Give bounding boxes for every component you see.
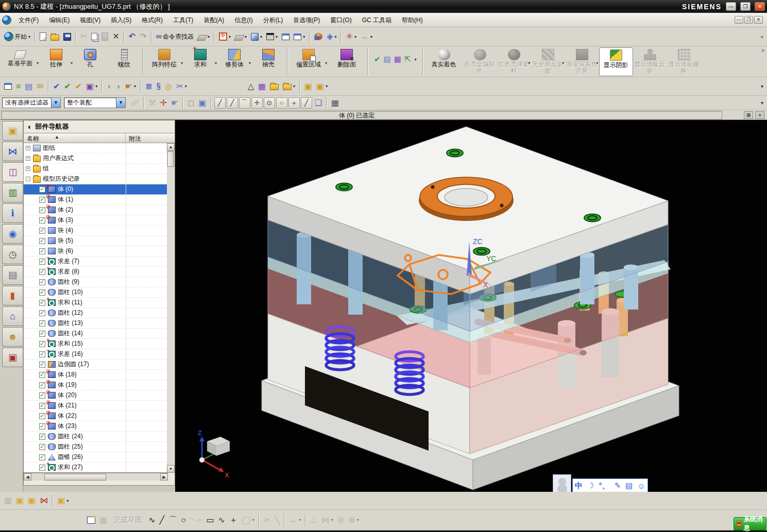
- tree-row-block[interactable]: 块 (5): [24, 236, 168, 246]
- new-view-window-button[interactable]: ▾: [292, 32, 306, 41]
- menu-item-4[interactable]: 格式(R): [137, 13, 168, 27]
- scroll-down-icon[interactable]: ▼: [167, 465, 175, 473]
- tree-row-cylinder[interactable]: 圆柱 (10): [24, 287, 168, 298]
- chevron-down-icon[interactable]: ▾: [357, 518, 359, 522]
- general-selection-button[interactable]: ⚒: [147, 97, 157, 109]
- folder-points-button[interactable]: [268, 81, 280, 91]
- feature-checklist-icon[interactable]: ▤: [384, 55, 391, 64]
- checkbox-checked-icon[interactable]: [39, 392, 45, 399]
- menu-item-8[interactable]: 分析(L): [258, 13, 288, 27]
- wave-linker-button[interactable]: ▣: [303, 81, 314, 92]
- chevron-down-icon[interactable]: ▾: [71, 60, 73, 66]
- maximize-button[interactable]: ❐: [740, 2, 751, 11]
- chevron-down-icon[interactable]: ▾: [276, 35, 278, 39]
- tree-row-folder-open[interactable]: -模型历史记录: [24, 174, 168, 184]
- ime-lang-indicator[interactable]: 中: [575, 481, 583, 491]
- checkbox-checked-icon[interactable]: [39, 217, 45, 224]
- checkbox-checked-icon[interactable]: [39, 382, 45, 388]
- grid-status-icon[interactable]: ▦: [744, 111, 753, 119]
- checkbox-checked-icon[interactable]: [39, 403, 45, 409]
- no-global-reflection-button[interactable]: 无全局反射图▾: [531, 47, 565, 76]
- menu-item-1[interactable]: 编辑(E): [44, 13, 75, 27]
- hd3d-tools-tab[interactable]: ℹ: [2, 203, 23, 223]
- select-handles-button[interactable]: ☍: [129, 97, 141, 109]
- spring-button[interactable]: §: [155, 81, 162, 92]
- chevron-down-icon[interactable]: ▾: [249, 60, 251, 66]
- vertical-scrollbar[interactable]: ▲ ▼: [167, 143, 175, 473]
- part-family-table-button[interactable]: ▦: [257, 81, 267, 92]
- synchronize-button[interactable]: ◈▾: [325, 31, 338, 42]
- touch-window-button[interactable]: ▾: [196, 32, 211, 42]
- sketch-reattach-button[interactable]: ▦: [98, 514, 109, 526]
- assembly-constraint-pins-button[interactable]: ✳▾: [344, 31, 357, 42]
- chevron-down-icon[interactable]: ▾: [181, 60, 183, 66]
- snap-point-on-curve-toggle[interactable]: ╱: [301, 97, 312, 109]
- checkbox-checked-icon[interactable]: [39, 362, 45, 368]
- web-browser-tab[interactable]: ◉: [2, 224, 23, 244]
- tree-row-body[interactable]: 体 (1): [24, 195, 168, 205]
- checkbox-checked-icon[interactable]: [39, 197, 45, 203]
- tree-row-unite[interactable]: 求和 (27): [24, 462, 168, 473]
- geometric-constraints-button[interactable]: ⊥: [309, 514, 319, 526]
- chevron-down-icon[interactable]: ▾: [326, 84, 328, 89]
- templates-tab[interactable]: ⌂: [2, 306, 23, 326]
- constraint-navigator-tab[interactable]: ⋈: [2, 142, 23, 161]
- shaded-view-button[interactable]: ▾: [249, 32, 264, 42]
- minimize-button[interactable]: —: [726, 2, 736, 11]
- quick-trim-button[interactable]: ✂: [262, 514, 272, 526]
- pattern-feature-button[interactable]: 阵列特征▾: [145, 47, 183, 69]
- graphics-window[interactable]: ZC YC X Z X 中☽°、✎▤: [175, 120, 767, 492]
- sort-ascending-icon[interactable]: ▲: [55, 134, 59, 143]
- snap-arc-center-toggle[interactable]: ⊙: [264, 97, 275, 109]
- chevron-down-icon[interactable]: ▾: [134, 84, 136, 89]
- chevron-down-icon[interactable]: ▾: [252, 518, 254, 522]
- ime-tools-icon[interactable]: ✎: [614, 481, 621, 490]
- chevron-down-icon[interactable]: ▾: [185, 84, 187, 89]
- tree-row-subtract[interactable]: 求差 (7): [24, 256, 168, 267]
- select-box-button[interactable]: ▣: [197, 97, 208, 109]
- fit-view-button[interactable]: ▾: [217, 31, 232, 42]
- note-tag-button[interactable]: ✉: [35, 81, 45, 92]
- menu-item-2[interactable]: 视图(V): [75, 13, 106, 27]
- pattern-component-button[interactable]: ▣▾: [56, 495, 70, 506]
- select-list-hand-button[interactable]: ☛▾: [124, 81, 138, 92]
- show-floor-grid-button[interactable]: 显示地板栅格: [667, 47, 701, 76]
- chevron-down-icon[interactable]: ▾: [67, 499, 69, 503]
- checkbox-checked-icon[interactable]: [39, 413, 45, 419]
- ime-clipboard-icon[interactable]: ▤: [625, 481, 633, 490]
- checkbox-checked-icon[interactable]: [39, 341, 45, 347]
- chevron-down-icon[interactable]: ▾: [370, 35, 372, 39]
- horizontal-scrollbar[interactable]: ◀ ▶: [24, 473, 168, 480]
- system-message-notification[interactable]: 系统消息: [734, 517, 766, 530]
- window-display-button[interactable]: ▾: [233, 32, 248, 42]
- datum-plane-button[interactable]: 基准平面▾: [1, 47, 39, 68]
- true-shading-button[interactable]: 真实着色: [425, 47, 463, 69]
- assembly-constraints-button[interactable]: ⋈: [38, 495, 49, 506]
- shell-button[interactable]: 抽壳: [251, 47, 285, 69]
- make-symmetric-button[interactable]: ⋈▾: [320, 514, 335, 526]
- folder-circles-button[interactable]: ▾: [281, 81, 297, 91]
- menu-item-6[interactable]: 装配(A): [198, 13, 229, 27]
- tree-row-cylinder[interactable]: 圆柱 (14): [24, 329, 168, 339]
- chevron-down-icon[interactable]: ▾: [596, 60, 599, 66]
- ellipse-button[interactable]: ◯▾: [240, 514, 256, 526]
- close-button[interactable]: ✕: [755, 2, 765, 11]
- examine-geometry-icon[interactable]: ✔: [374, 55, 381, 64]
- history-tab[interactable]: ◷: [2, 245, 23, 264]
- cut-spring-button[interactable]: ✂▾: [175, 81, 188, 92]
- rectangle-button[interactable]: ▭: [204, 514, 215, 526]
- checkbox-checked-icon[interactable]: [39, 259, 45, 265]
- chevron-down-icon[interactable]: ▼: [116, 98, 125, 108]
- tree-row-cylinder[interactable]: 圆柱 (12): [24, 308, 168, 318]
- checkbox-checked-icon[interactable]: [39, 423, 45, 430]
- chevron-down-icon[interactable]: ▾: [334, 35, 336, 39]
- checkbox-checked-icon[interactable]: [39, 320, 45, 327]
- menu-item-5[interactable]: 工具(T): [168, 13, 198, 27]
- reference-axes-icon[interactable]: ⇱: [404, 55, 411, 64]
- checkbox-checked-icon[interactable]: [39, 300, 45, 306]
- arc-button[interactable]: ⌒: [167, 514, 178, 526]
- snap-quadrant-toggle[interactable]: ○: [276, 97, 287, 109]
- chevron-down-icon[interactable]: ▾: [215, 60, 217, 66]
- snap-point-on-face-button[interactable]: ❏: [313, 97, 323, 109]
- restore-window-button[interactable]: [280, 32, 291, 41]
